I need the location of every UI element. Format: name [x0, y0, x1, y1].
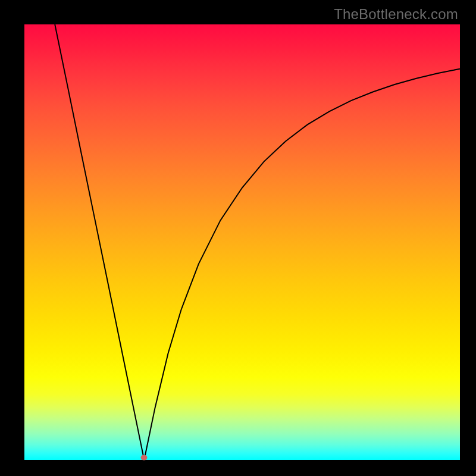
min-marker	[141, 455, 148, 460]
chart-container: TheBottleneck.com	[0, 0, 476, 476]
watermark-text: TheBottleneck.com	[334, 6, 458, 23]
gradient-plot-area	[24, 24, 460, 460]
